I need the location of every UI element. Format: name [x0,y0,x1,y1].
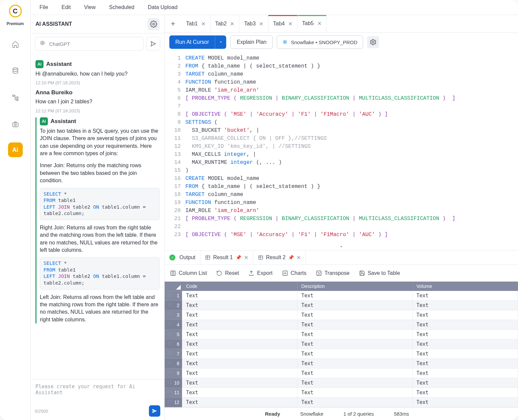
pin-icon[interactable]: 📌 [236,255,241,260]
table-row[interactable]: 12TextTextText [165,398,518,407]
cell[interactable]: Text [412,301,518,310]
cell[interactable]: Text [412,378,518,388]
row-number[interactable]: 7 [165,349,182,359]
menu-data-upload[interactable]: Data Upload [142,2,183,12]
nav-database[interactable] [7,62,24,80]
table-row[interactable]: 5TextTextText [165,330,518,339]
tab-tab1[interactable]: Tab1✕ [181,15,210,32]
nav-tree[interactable] [7,89,24,106]
tab-tab4[interactable]: Tab4✕ [268,15,297,32]
cell[interactable]: Text [297,310,412,320]
cell[interactable]: Text [297,359,412,369]
export-button[interactable]: Export [248,270,272,276]
cell[interactable]: Text [412,388,518,398]
nav-home[interactable] [7,35,24,53]
result-tab-output[interactable]: ✓ Output [165,250,200,265]
reset-button[interactable]: Reset [216,270,239,276]
table-row[interactable]: 11TextTextText [165,388,518,398]
cell[interactable]: Text [297,388,412,398]
cell[interactable]: Text [182,310,297,320]
table-row[interactable]: 6TextTextText [165,339,518,349]
cell[interactable]: Text [412,369,518,378]
row-number[interactable]: 9 [165,369,182,378]
cell[interactable]: Text [182,378,297,388]
row-number[interactable]: 1 [165,291,182,301]
cell[interactable]: Text [297,301,412,310]
close-icon[interactable]: ✕ [296,254,301,261]
cell[interactable]: Text [412,320,518,330]
splitter-handle[interactable] [165,243,518,250]
row-number[interactable]: 2 [165,301,182,310]
cell[interactable]: Text [182,349,297,359]
close-icon[interactable]: ✕ [288,21,292,27]
menu-file[interactable]: File [33,2,54,12]
model-action-button[interactable] [146,37,160,51]
menu-scheduled[interactable]: Scheduled [103,2,141,12]
cell[interactable]: Text [182,398,297,407]
close-icon[interactable]: ✕ [201,21,205,27]
row-number[interactable]: 11 [165,388,182,398]
cell[interactable]: Text [182,320,297,330]
cell[interactable]: Text [412,339,518,349]
cell[interactable]: Text [412,398,518,407]
tab-tab3[interactable]: Tab3✕ [239,15,268,32]
result-grid[interactable]: Code Description Volume 1TextTextText2Te… [165,282,518,407]
cell[interactable]: Text [297,369,412,378]
transpose-button[interactable]: Transpose [316,270,350,276]
table-row[interactable]: 8TextTextText [165,359,518,369]
cell[interactable]: Text [297,291,412,301]
table-row[interactable]: 9TextTextText [165,369,518,378]
cell[interactable]: Text [182,359,297,369]
close-icon[interactable]: ✕ [317,20,322,27]
run-at-cursor-button[interactable]: Run At Cursor [169,35,215,49]
cell[interactable]: Text [182,369,297,378]
table-row[interactable]: 4TextTextText [165,320,518,330]
table-row[interactable]: 2TextTextText [165,301,518,310]
cell[interactable]: Text [297,349,412,359]
column-header[interactable]: Volume [412,282,518,291]
row-number[interactable]: 4 [165,320,182,330]
assistant-settings-button[interactable] [148,18,160,30]
table-row[interactable]: 1TextTextText [165,291,518,301]
model-selector[interactable]: ChatGPT [35,37,144,51]
run-dropdown-button[interactable] [215,35,226,49]
editor-settings-button[interactable] [367,36,379,48]
row-number[interactable]: 6 [165,339,182,349]
row-number[interactable]: 5 [165,330,182,339]
row-number[interactable]: 10 [165,378,182,388]
cell[interactable]: Text [412,310,518,320]
cell[interactable]: Text [297,320,412,330]
charts-button[interactable]: Charts [282,270,307,276]
result-tab-2[interactable]: Result 2 📌 ✕ [253,250,306,265]
cell[interactable]: Text [412,349,518,359]
column-list-button[interactable]: Column List [170,270,207,276]
menu-edit[interactable]: Edit [56,2,77,12]
explain-plan-button[interactable]: Explain Plan [230,35,273,49]
save-to-table-button[interactable]: Save to Table [359,270,400,276]
nav-ai-assistant[interactable]: Ai [8,142,23,157]
cell[interactable]: Text [297,398,412,407]
row-number[interactable]: 12 [165,398,182,407]
table-row[interactable]: 7TextTextText [165,349,518,359]
close-icon[interactable]: ✕ [244,254,248,261]
connection-selector[interactable]: ❄ Snowflake • SNOOPY_PROD [277,35,363,49]
compose-input[interactable] [35,381,160,404]
cell[interactable]: Text [297,378,412,388]
cell[interactable]: Text [182,301,297,310]
cell[interactable]: Text [412,359,518,369]
table-row[interactable]: 10TextTextText [165,378,518,388]
tab-add-button[interactable] [165,15,181,32]
row-number[interactable]: 3 [165,310,182,320]
pin-filled-icon[interactable]: 📌 [288,255,294,260]
menu-view[interactable]: View [78,2,101,12]
nav-camera[interactable] [7,116,24,133]
cell[interactable]: Text [182,291,297,301]
code-editor[interactable]: 1CREATE MODEL model_name2FROM { table_na… [165,51,518,243]
result-tab-1[interactable]: Result 1 📌 ✕ [200,250,253,265]
cell[interactable]: Text [412,330,518,339]
send-button[interactable] [149,405,160,417]
cell[interactable]: Text [297,330,412,339]
cell[interactable]: Text [182,339,297,349]
tab-tab2[interactable]: Tab2✕ [210,15,240,32]
cell[interactable]: Text [182,330,297,339]
